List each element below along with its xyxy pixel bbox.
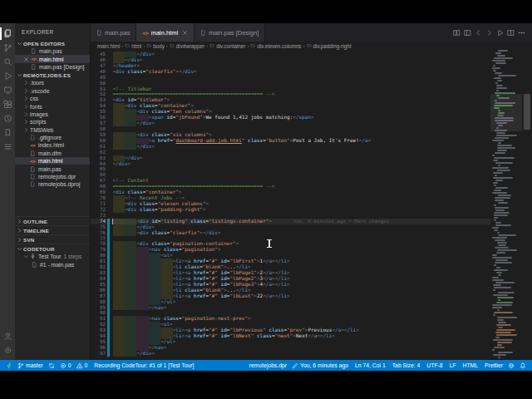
code-line-89[interactable]: 89</nav> (91, 305, 490, 311)
gitlens-blame[interactable]: You, 6 minutes ago (289, 360, 351, 371)
source-control-icon[interactable] (0, 41, 15, 55)
open-editor-item[interactable]: <>main.html (15, 55, 90, 62)
codetour-step-item[interactable]: #1 - main.pas (15, 261, 90, 268)
breadcrumb-item[interactable]: div#wrapper (170, 43, 204, 49)
section-svn[interactable]: SVN (15, 234, 90, 244)
code-line-65[interactable]: 65 (91, 166, 490, 172)
code-line-63[interactable]: 63</div> (91, 155, 490, 161)
code-line-79[interactable]: 79<nav class="pagination"> (91, 247, 490, 253)
tree-folder-css[interactable]: css (15, 95, 90, 102)
extensions-icon[interactable] (0, 97, 15, 111)
split-editor-icon[interactable] (505, 27, 516, 38)
code-editor[interactable]: 45</div>46</div>47</header>48<div class=… (91, 50, 532, 360)
close-icon[interactable] (182, 30, 188, 36)
tab-main.html[interactable]: <>main.html (136, 23, 195, 42)
run-debug-icon[interactable] (0, 69, 15, 83)
feedback[interactable] (505, 360, 517, 371)
codetour-icon[interactable] (0, 111, 15, 126)
code-line-46[interactable]: 46</div> (91, 57, 490, 63)
close-icon[interactable] (23, 57, 29, 62)
breadcrumb-item[interactable]: div.eleven.columns (250, 43, 301, 49)
settings-icon[interactable] (0, 343, 15, 357)
todo-list-icon[interactable] (0, 140, 15, 154)
code-line-81[interactable]: 81<li><a href="#" id="lbFirst">1</a></li… (91, 259, 490, 264)
code-line-80[interactable]: 80<ul> (91, 253, 490, 259)
tab-main.pas [Design][interactable]: main.pas [Design] (195, 23, 265, 42)
language-mode[interactable]: HTML (459, 360, 481, 371)
code-line-49[interactable]: 49 (91, 75, 490, 81)
tree-file-index.html[interactable]: <>index.html (15, 141, 90, 149)
minimap-viewport[interactable] (490, 94, 522, 131)
navigate-back-icon[interactable] (473, 27, 484, 38)
minimap[interactable] (490, 50, 522, 360)
search-icon[interactable] (0, 55, 15, 69)
code-line-94[interactable]: 94<li><a href="#" id="lbNext" class="nex… (91, 333, 490, 339)
cursor-position[interactable]: Ln 74, Col 1 (351, 360, 388, 371)
code-line-84[interactable]: 84<li><a href="#" id="lbPage2">3</a></li… (91, 276, 490, 282)
run-icon[interactable] (495, 27, 505, 38)
explorer-icon[interactable] (0, 27, 15, 41)
open-preview-icon[interactable] (462, 27, 473, 38)
code-line-91[interactable]: 91<nav class="pagination-next-prev"> (91, 316, 490, 322)
encoding[interactable]: UTF-8 (422, 360, 445, 371)
tree-folder-fonts[interactable]: fonts (15, 102, 90, 110)
tree-file-main.html[interactable]: <>main.html (15, 157, 90, 165)
more-actions-icon[interactable] (516, 27, 527, 38)
tree-folder-images[interactable]: images (15, 111, 90, 118)
code-line-76[interactable]: 76<div class="clearfix"></div> (91, 230, 490, 236)
breadcrumb-item[interactable]: div.padding-right (307, 43, 352, 49)
tree-file-remotejobs.dproj[interactable]: remotejobs.dproj (15, 180, 90, 188)
formatter[interactable]: Prettier (480, 360, 505, 371)
git-sync[interactable] (46, 360, 57, 371)
breadcrumb-item[interactable]: div.container (209, 43, 245, 49)
tree-folder-.vscode[interactable]: .vscode (15, 87, 90, 95)
open-changes-icon[interactable] (451, 27, 462, 38)
open-editors-header[interactable]: OPEN EDITORS (15, 39, 90, 47)
code-line-97[interactable]: 97</div> (91, 351, 490, 357)
active-project[interactable]: remotejobs.dpr (245, 360, 289, 371)
tree-folder-.tours[interactable]: .tours (15, 79, 90, 86)
breadcrumb-item[interactable]: html (125, 43, 141, 49)
open-editor-item[interactable]: main.pas (15, 47, 90, 55)
notifications[interactable] (517, 360, 529, 371)
code-line-62[interactable]: 62 (91, 150, 490, 155)
code-line-45[interactable]: 45</div> (91, 52, 490, 57)
errors[interactable]: 0 (57, 360, 74, 371)
codetour-tour-item[interactable]: Test Tour1 steps (15, 253, 90, 260)
editor-scrollbar[interactable] (522, 50, 532, 360)
code-line-82[interactable]: 82<li class="blank">...</li> (91, 264, 490, 270)
section-codetour[interactable]: CODETOUR (15, 244, 90, 253)
code-line-86[interactable]: 86<li class="blank">...</li> (91, 288, 490, 293)
code-line-57[interactable]: 57</div> (91, 121, 490, 126)
code-line-87[interactable]: 87<li><a href="#" id="lbLast">22</a></li… (91, 293, 490, 299)
breadcrumb-item[interactable]: body (146, 43, 165, 49)
warnings[interactable]: 0 (74, 360, 91, 371)
codetour-status[interactable]: Recording CodeTour: #1 of 1 [Test Tour] (90, 360, 196, 371)
navigate-forward-icon[interactable] (484, 27, 495, 38)
bookmarks-icon[interactable] (0, 126, 15, 140)
code-line-61[interactable]: 61</div> (91, 144, 490, 150)
tree-file-.gitignore[interactable]: .gitignore (15, 134, 90, 141)
folder-header[interactable]: REMOTEJOBS.ES (15, 71, 90, 79)
code-line-66[interactable]: 66 (91, 172, 490, 178)
code-line-72[interactable]: 72<div class="padding-right"> (91, 207, 490, 213)
eol[interactable]: LF (446, 360, 459, 371)
tree-file-main.dfm[interactable]: main.dfm (15, 150, 90, 157)
code-line-83[interactable]: 83<li><a href="#" id="lbPage1">2</a></li… (91, 270, 490, 276)
tab-size[interactable]: Tab Size: 4 (388, 360, 423, 371)
code-line-48[interactable]: 48<div class="clearfix"></div> (91, 69, 490, 75)
open-editor-item[interactable]: main.pas [Design] (15, 63, 90, 71)
git-branch[interactable]: master (15, 360, 46, 371)
tree-folder-scripts[interactable]: scripts (15, 118, 90, 126)
code-line-85[interactable]: 85<li><a href="#" id="lbPage3">4</a></li… (91, 282, 490, 288)
tree-file-main.pas[interactable]: main.pas (15, 165, 90, 172)
remote-explorer-icon[interactable] (0, 83, 15, 97)
section-timeline[interactable]: TIMELINE (15, 225, 90, 234)
breadcrumb-item[interactable]: main.html (97, 43, 120, 49)
tree-folder-TMSWeb[interactable]: TMSWeb (15, 126, 90, 134)
tab-main.pas[interactable]: main.pas (91, 23, 136, 42)
section-outline[interactable]: OUTLINE (15, 216, 90, 225)
remote-indicator[interactable] (3, 360, 15, 371)
account-icon[interactable] (0, 329, 15, 343)
code-line-64[interactable]: 64</div> (91, 161, 490, 167)
